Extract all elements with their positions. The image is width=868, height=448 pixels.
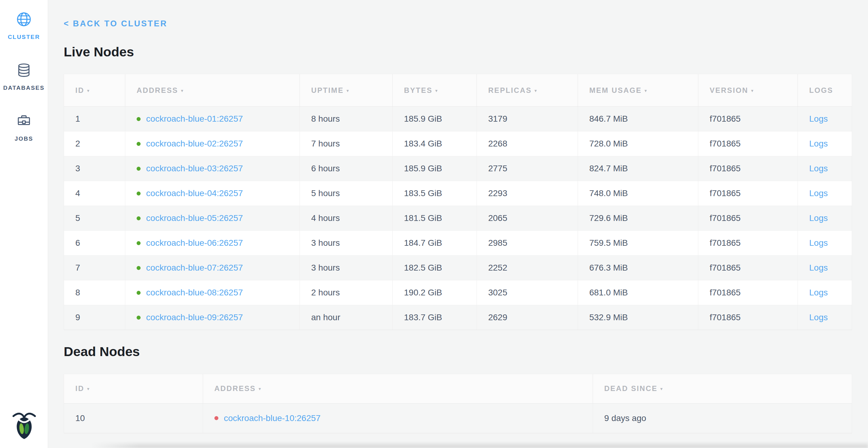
logs-link[interactable]: Logs bbox=[809, 312, 828, 322]
node-address-link[interactable]: cockroach-blue-08:26257 bbox=[146, 288, 243, 298]
node-address-link[interactable]: cockroach-blue-01:26257 bbox=[146, 114, 243, 124]
briefcase-icon bbox=[16, 113, 32, 129]
column-label: VERSION bbox=[710, 86, 748, 95]
table-row: 5cockroach-blue-05:262574 hours181.5 GiB… bbox=[64, 206, 852, 231]
node-address-link[interactable]: cockroach-blue-06:26257 bbox=[146, 238, 243, 248]
logs-link[interactable]: Logs bbox=[809, 238, 828, 248]
node-address-link[interactable]: cockroach-blue-10:26257 bbox=[224, 413, 321, 423]
cell-replicas: 3025 bbox=[476, 280, 578, 305]
sort-arrow-icon: ▾ bbox=[87, 88, 89, 93]
cell-logs: Logs bbox=[798, 156, 852, 181]
node-address-link[interactable]: cockroach-blue-04:26257 bbox=[146, 188, 243, 198]
cell-text: 9 bbox=[75, 312, 80, 322]
cell-address: cockroach-blue-01:26257 bbox=[125, 107, 300, 131]
sort-arrow-icon: ▾ bbox=[644, 88, 647, 93]
cell-text: 6 hours bbox=[311, 163, 340, 174]
cell-text: f701865 bbox=[710, 238, 741, 248]
node-address-link[interactable]: cockroach-blue-09:26257 bbox=[146, 312, 243, 322]
cell-uptime: 3 hours bbox=[300, 256, 392, 280]
cell-mem_usage: 824.7 MiB bbox=[578, 156, 698, 181]
database-icon bbox=[16, 62, 32, 78]
column-header-dead-since[interactable]: DEAD SINCE▾ bbox=[593, 374, 852, 403]
column-header-bytes[interactable]: BYTES▾ bbox=[392, 74, 476, 106]
sort-arrow-icon: ▾ bbox=[346, 88, 349, 93]
cell-text: 2268 bbox=[488, 139, 507, 149]
logs-link[interactable]: Logs bbox=[809, 263, 828, 273]
logs-link[interactable]: Logs bbox=[809, 163, 828, 174]
cell-text: f701865 bbox=[710, 312, 741, 322]
column-label: ADDRESS bbox=[214, 384, 256, 393]
column-header-version[interactable]: VERSION▾ bbox=[698, 74, 798, 106]
cell-text: an hour bbox=[311, 312, 340, 322]
column-header-address[interactable]: ADDRESS▾ bbox=[203, 374, 593, 403]
cell-logs: Logs bbox=[798, 131, 852, 156]
cell-bytes: 181.5 GiB bbox=[392, 206, 476, 231]
cell-bytes: 183.5 GiB bbox=[392, 181, 476, 206]
node-address-link[interactable]: cockroach-blue-02:26257 bbox=[146, 139, 243, 149]
sidebar-item-databases[interactable]: Databases bbox=[3, 62, 44, 91]
logs-link[interactable]: Logs bbox=[809, 288, 828, 298]
sidebar-item-cluster[interactable]: Cluster bbox=[8, 12, 40, 40]
cell-text: 7 bbox=[75, 263, 80, 273]
cell-text: 185.9 GiB bbox=[404, 163, 442, 174]
cell-id: 4 bbox=[64, 181, 125, 206]
cell-text: 2 hours bbox=[311, 288, 340, 298]
column-label: ADDRESS bbox=[136, 86, 178, 95]
back-to-cluster-link[interactable]: < BACK TO CLUSTER bbox=[64, 19, 167, 29]
column-header-address[interactable]: ADDRESS▾ bbox=[125, 74, 300, 106]
cell-replicas: 2268 bbox=[476, 131, 578, 156]
node-address-link[interactable]: cockroach-blue-05:26257 bbox=[146, 213, 243, 223]
live-status-dot bbox=[136, 191, 141, 196]
sort-arrow-icon: ▾ bbox=[87, 386, 89, 392]
dead-nodes-table: ID▾ADDRESS▾DEAD SINCE▾ 10cockroach-blue-… bbox=[64, 374, 852, 433]
column-header-id[interactable]: ID▾ bbox=[64, 374, 203, 403]
column-label: ID bbox=[75, 86, 84, 95]
cell-mem_usage: 681.0 MiB bbox=[578, 280, 698, 305]
dead-status-dot bbox=[214, 416, 218, 420]
cell-replicas: 2252 bbox=[476, 256, 578, 280]
sort-arrow-icon: ▾ bbox=[534, 88, 537, 93]
table-row: 8cockroach-blue-08:262572 hours190.2 GiB… bbox=[64, 280, 852, 305]
cell-text: 532.9 MiB bbox=[589, 312, 628, 322]
node-address-link[interactable]: cockroach-blue-07:26257 bbox=[146, 263, 243, 273]
cell-text: 2985 bbox=[488, 238, 507, 248]
logs-link[interactable]: Logs bbox=[809, 213, 828, 223]
cell-uptime: 8 hours bbox=[300, 107, 392, 131]
cell-text: 4 bbox=[75, 188, 80, 198]
cell-text: 2293 bbox=[488, 188, 507, 198]
cell-replicas: 2065 bbox=[476, 206, 578, 231]
cell-bytes: 184.7 GiB bbox=[392, 231, 476, 255]
node-address-link[interactable]: cockroach-blue-03:26257 bbox=[146, 163, 243, 174]
cell-text: 181.5 GiB bbox=[404, 213, 442, 223]
column-label: LOGS bbox=[809, 86, 833, 95]
logs-link[interactable]: Logs bbox=[809, 188, 828, 198]
live-nodes-table: ID▾ADDRESS▾UPTIME▾BYTES▾REPLICAS▾MEM USA… bbox=[64, 74, 852, 330]
column-header-mem-usage[interactable]: MEM USAGE▾ bbox=[578, 74, 698, 106]
logs-link[interactable]: Logs bbox=[809, 114, 828, 124]
table-row: 6cockroach-blue-06:262573 hours184.7 GiB… bbox=[64, 231, 852, 256]
live-status-dot bbox=[136, 316, 141, 320]
cell-address: cockroach-blue-02:26257 bbox=[125, 131, 300, 156]
cell-logs: Logs bbox=[798, 107, 852, 131]
cockroachdb-logo bbox=[0, 411, 48, 440]
column-header-logs[interactable]: LOGS bbox=[798, 74, 852, 106]
column-header-replicas[interactable]: REPLICAS▾ bbox=[476, 74, 578, 106]
live-status-dot bbox=[136, 216, 141, 220]
cell-text: 824.7 MiB bbox=[589, 163, 628, 174]
column-header-id[interactable]: ID▾ bbox=[64, 74, 125, 106]
cell-version: f701865 bbox=[698, 131, 798, 156]
cell-text: 2252 bbox=[488, 263, 507, 273]
cell-replicas: 2985 bbox=[476, 231, 578, 255]
cell-id: 5 bbox=[64, 206, 125, 231]
cell-mem_usage: 532.9 MiB bbox=[578, 305, 698, 330]
sidebar-item-jobs[interactable]: Jobs bbox=[15, 113, 33, 142]
cell-uptime: 4 hours bbox=[300, 206, 392, 231]
cell-bytes: 185.9 GiB bbox=[392, 156, 476, 181]
logs-link[interactable]: Logs bbox=[809, 139, 828, 149]
cell-version: f701865 bbox=[698, 231, 798, 255]
sort-arrow-icon: ▾ bbox=[181, 88, 183, 93]
table-row: 3cockroach-blue-03:262576 hours185.9 GiB… bbox=[64, 156, 852, 181]
sidebar-item-label: Jobs bbox=[15, 136, 33, 142]
cell-version: f701865 bbox=[698, 305, 798, 330]
column-header-uptime[interactable]: UPTIME▾ bbox=[300, 74, 392, 106]
